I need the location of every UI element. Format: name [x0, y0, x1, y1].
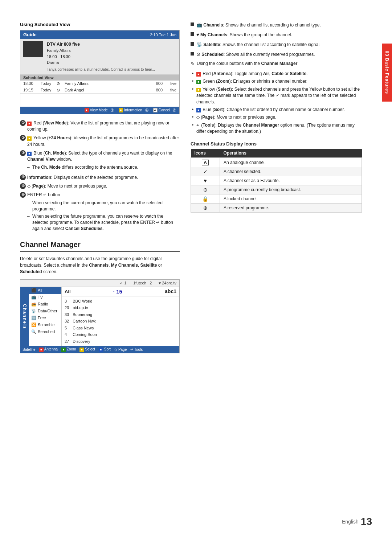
bullet-4-content: Information: Displays details of the sel…	[27, 174, 180, 181]
channels-top-all: All	[65, 289, 71, 294]
channels-content: 3 23 33 32 5 4 27 BBC World	[62, 296, 179, 346]
sub-bullet-yellow: ■ Yellow (Select): Select desired channe…	[192, 86, 362, 105]
bullet-item-6: ⑥ ENTER ↵ button When selecting the curr…	[20, 192, 180, 233]
channels-list-panel: ⬛ All 📺 TV 📻 Radio	[29, 287, 62, 346]
note-line: ✎ Using the colour buttons with the Chan…	[191, 61, 362, 68]
col-ops-header: Operations	[220, 149, 362, 158]
channels-sidebar: Channels	[20, 287, 29, 346]
channels-list-item-data[interactable]: 📡 Data/Other	[29, 308, 61, 315]
status-op-2: A channel set as a Favourite.	[220, 176, 362, 185]
guide-footer-viewmode: ■ View Mode ①	[85, 108, 114, 113]
bullet-item-4: ④ Information: Displays details of the s…	[20, 174, 180, 181]
guide-footer: ■ View Mode ① ■ Information ④ ↵ Cancel	[20, 107, 179, 114]
status-row-2: ♥A channel set as a Favourite.	[191, 176, 362, 185]
status-table-heading: Channel Status Display Icons	[191, 141, 362, 147]
guide-time: 2:10 Tue 1 Jun	[150, 33, 176, 37]
select-btn: ■ Select	[79, 347, 95, 352]
channels-list-item-tv[interactable]: 📺 TV	[29, 294, 61, 301]
zoom-green-icon: ■	[61, 348, 66, 352]
channels-list-item-searched[interactable]: 🔍 Searched	[29, 328, 61, 335]
right-column: 📺 Channels: Shows the channel list accor…	[191, 22, 362, 353]
channels-list-item-all[interactable]: ⬛ All	[29, 287, 61, 294]
bullet-2-content: ■ Yellow (+24 Hours): Viewing the list o…	[27, 135, 180, 148]
viewmode-label: View Mode	[90, 108, 108, 112]
free-label: Free	[38, 316, 46, 320]
status-table: Icons Operations AAn analogue channel.✓A…	[191, 149, 362, 213]
num-1: ①	[20, 120, 26, 126]
channels-header-line2: 2 ♥ 24ore.tv	[150, 281, 176, 286]
all-label: All	[38, 288, 42, 292]
left-column: Using Scheduled View Guide 2:10 Tue 1 Ju…	[20, 22, 180, 353]
status-icon-3: ⊙	[191, 185, 220, 194]
satellite-label: Satellite	[23, 348, 36, 352]
sub-bullet-green: ■ Green (Zoom): Enlarges or shrinks a ch…	[192, 78, 362, 85]
prog-desc: Tanya confesses all to a stunned Babs. C…	[47, 67, 155, 72]
sched-prog-2: Dark Angel	[65, 88, 147, 92]
all-icon: ⬛	[31, 288, 36, 293]
data-icon: 📡	[31, 309, 36, 313]
satellite-icon: 📡	[196, 42, 202, 47]
guide-box: Guide 2:10 Tue 1 Jun DTV Air 800 five Fa…	[20, 30, 180, 114]
scheduled-view-heading: Using Scheduled View	[20, 22, 180, 27]
scheduled-bullet-text: ⊙ Scheduled: Shows all the currently res…	[196, 51, 315, 58]
num-2: ②	[20, 135, 26, 141]
searched-icon: 🔍	[31, 329, 36, 334]
num-6-label: ⑥	[172, 108, 176, 113]
guide-title: Guide	[23, 32, 37, 37]
square-icon-channels	[191, 22, 194, 26]
bullet-6-sub-2: When selecting the future programme, you…	[27, 213, 180, 231]
square-icon-scheduled	[191, 52, 194, 56]
status-op-0: An analogue channel.	[220, 158, 362, 167]
bullet-item-3: ③ ■ Blue (Ch. Mode): Select the type of …	[20, 150, 180, 172]
channels-icon: 📺	[196, 22, 202, 28]
ch-name-coming: Coming Soon	[73, 331, 97, 338]
mychannels-bullet-text: ♥ My Channels: Shows the group of the ch…	[196, 32, 292, 38]
tools-btn: ↵ Tools	[130, 348, 143, 352]
red-icon: ■	[27, 122, 32, 126]
satellite-bullet-text: 📡 Satellite: Shows the channel list acco…	[196, 41, 320, 48]
scramble-icon: 🔀	[31, 323, 36, 327]
blue-icon-3: ■	[27, 152, 32, 156]
channels-list-item-free[interactable]: 🆓 Free	[29, 315, 61, 321]
ch-num-5: 5	[65, 325, 69, 332]
channels-sidebar-label: Channels	[22, 304, 27, 329]
status-table-header-row: Icons Operations	[191, 149, 362, 158]
sched-day-2: Today	[41, 88, 54, 92]
num-4: ④	[20, 174, 26, 180]
schedule-row-2: 19:15 Today ⊙ Dark Angel 800 five	[20, 87, 179, 94]
note-text: Using the colour buttons with the Channe…	[197, 61, 297, 67]
blue-sq: ■	[196, 108, 201, 112]
ch-num-33: 33	[65, 311, 69, 318]
yellow-icon-2: ■	[27, 136, 32, 141]
scheduled-icon: ⊙	[196, 52, 200, 57]
right-bullet-mychannels: ♥ My Channels: Shows the group of the ch…	[191, 32, 362, 38]
channels-num-col: 3 23 33 32 5 4 27	[65, 298, 69, 345]
status-icon-2: ♥	[191, 176, 220, 185]
status-row-3: ⊙A programme currently being broadcast.	[191, 185, 362, 194]
channels-list-item-scramble[interactable]: 🔀 Scramble	[29, 321, 61, 328]
scramble-label: Scramble	[38, 323, 54, 327]
status-table-body: AAn analogue channel.✓A channel selected…	[191, 158, 362, 213]
cancel-label: Cancel	[159, 108, 170, 112]
white-square-icon: ↵	[153, 108, 158, 112]
bullet-6-sublist: When selecting the current programme, yo…	[27, 200, 180, 232]
bullet-6-sub-1: When selecting the current programme, yo…	[27, 200, 180, 212]
bullet-3-content: ■ Blue (Ch. Mode): Select the type of ch…	[27, 150, 180, 172]
status-icon-1: ✓	[191, 167, 220, 176]
num-3: ③	[20, 150, 26, 156]
red-square-icon: ■	[85, 108, 89, 112]
prog-time: 18:00 - 18:30	[47, 54, 155, 60]
bullet-3-sublist: The Ch. Mode differs according to the an…	[27, 164, 180, 171]
ch-num-4: 4	[65, 331, 69, 338]
footer-page-num: 13	[361, 516, 372, 527]
channels-header-line1: ✓ 1 1futech	[120, 281, 146, 286]
sched-icon-2: ⊙	[57, 88, 62, 93]
ant-red-icon: ■	[39, 348, 44, 352]
note-icon: ✎	[191, 61, 195, 68]
radio-label: Radio	[38, 302, 48, 306]
schedule-row-1: 18:30 Today ⊙ Family Affairs 800 five	[20, 81, 179, 87]
ch-name-boo: Boonerang	[73, 311, 97, 318]
sched-ch-2: 800	[150, 88, 163, 92]
schedule-empty-row-2	[20, 100, 179, 107]
channels-list-item-radio[interactable]: 📻 Radio	[29, 301, 61, 308]
